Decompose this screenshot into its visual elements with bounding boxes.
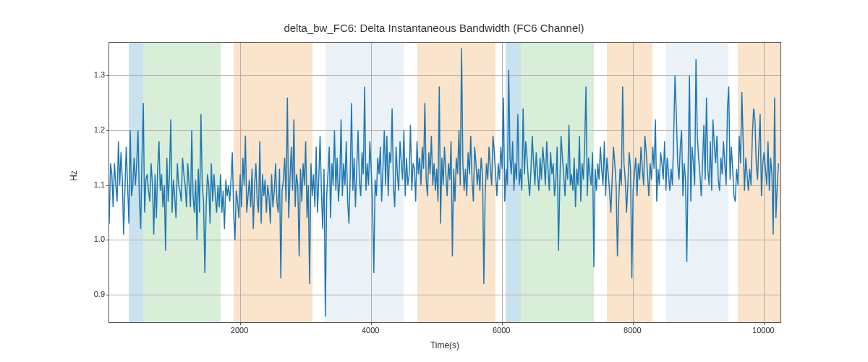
- y-tick-label: 1.0: [94, 235, 105, 243]
- x-axis-label: Time(s): [109, 340, 781, 350]
- y-axis-label: Hz: [69, 170, 79, 181]
- y-tick-label: 1.3: [94, 70, 105, 79]
- x-tick-label: 2000: [231, 326, 248, 334]
- plot-area: [109, 42, 781, 323]
- x-tick-label: 6000: [493, 326, 510, 334]
- x-tick-label: 4000: [362, 326, 379, 334]
- y-tick-label: 1.1: [94, 180, 105, 189]
- x-tick-label: 10000: [752, 326, 775, 334]
- chart-title: delta_bw_FC6: Delta Instantaneous Bandwi…: [0, 22, 868, 34]
- x-tick-label: 8000: [624, 326, 641, 334]
- y-tick-label: 0.9: [94, 290, 105, 298]
- data-line: [109, 43, 780, 322]
- y-tick-label: 1.2: [94, 125, 105, 134]
